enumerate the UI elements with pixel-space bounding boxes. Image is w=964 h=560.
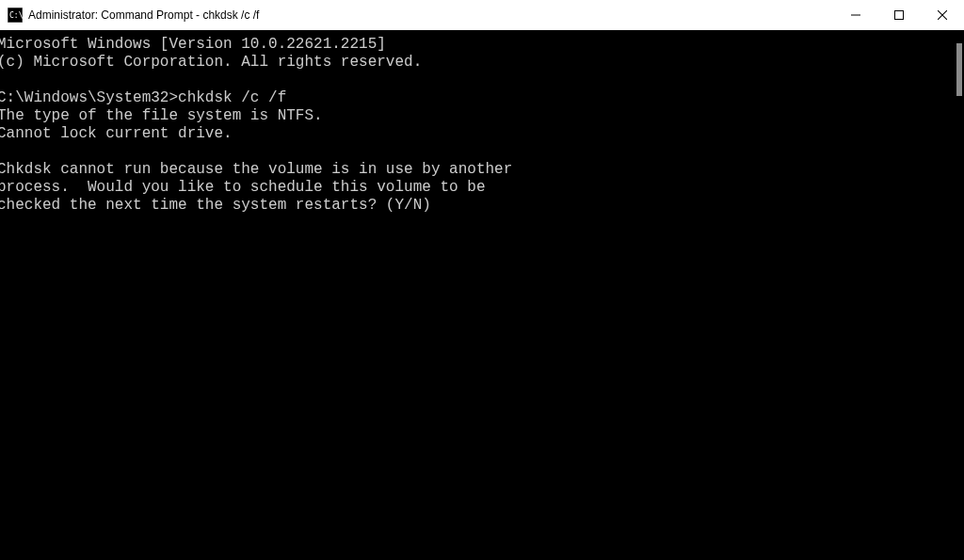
svg-rect-3: [895, 11, 904, 20]
svg-text:C:\: C:\: [9, 11, 23, 20]
scrollbar-track[interactable]: [951, 30, 964, 560]
maximize-icon: [894, 10, 904, 20]
svg-rect-2: [851, 15, 860, 16]
console-output: Microsoft Windows [Version 10.0.22621.22…: [0, 30, 964, 215]
window-controls: [834, 0, 964, 30]
close-icon: [938, 10, 947, 20]
titlebar[interactable]: C:\ Administrator: Command Prompt - chkd…: [0, 0, 964, 30]
scrollbar-thumb[interactable]: [956, 43, 962, 96]
minimize-button[interactable]: [834, 0, 877, 30]
window-title: Administrator: Command Prompt - chkdsk /…: [28, 8, 259, 22]
console-area[interactable]: Microsoft Windows [Version 10.0.22621.22…: [0, 30, 964, 560]
close-button[interactable]: [921, 0, 964, 30]
window: C:\ Administrator: Command Prompt - chkd…: [0, 0, 964, 560]
minimize-icon: [851, 10, 860, 20]
maximize-button[interactable]: [877, 0, 921, 30]
cmd-icon: C:\: [8, 8, 23, 23]
